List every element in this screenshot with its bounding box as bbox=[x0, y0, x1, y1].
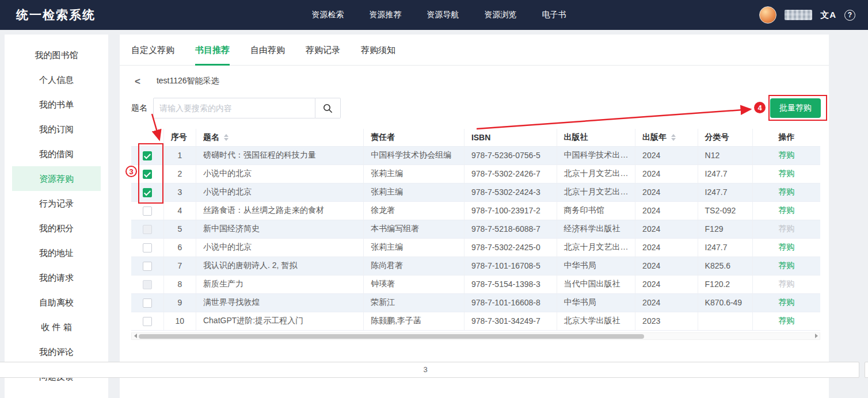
translate-icon[interactable]: 文A bbox=[820, 10, 836, 21]
sidebar-item[interactable]: 我的评论 bbox=[12, 339, 101, 364]
cell-publisher: 经济科学出版社 bbox=[557, 220, 635, 238]
sidebar-item[interactable]: 个人信息 bbox=[12, 67, 101, 92]
nav-item[interactable]: 资源浏览 bbox=[485, 10, 517, 20]
cell-title: 丝路食语：从丝绸之路走来的食材 bbox=[196, 201, 363, 220]
row-checkbox[interactable] bbox=[143, 151, 152, 160]
cell-publisher: 中华书局 bbox=[557, 257, 635, 275]
scrollbar-track[interactable] bbox=[139, 333, 813, 339]
row-checkbox[interactable] bbox=[143, 298, 152, 308]
tab[interactable]: 荐购须知 bbox=[361, 35, 395, 66]
page-list: 12345 bbox=[0, 362, 868, 378]
cell-author: 陈尚君著 bbox=[364, 257, 465, 275]
table-row: 8新质生产力钟瑛著978-7-5154-1398-3当代中国出版社2024F12… bbox=[131, 275, 820, 293]
top-nav: 资源检索资源推荐资源导航资源浏览电子书 bbox=[119, 10, 759, 20]
nav-item[interactable]: 资源检索 bbox=[312, 10, 344, 20]
cell-seq: 7 bbox=[163, 257, 196, 275]
scrollbar-thumb[interactable] bbox=[139, 334, 644, 339]
tab[interactable]: 自定义荐购 bbox=[131, 35, 174, 66]
cell-seq: 5 bbox=[163, 220, 196, 238]
row-checkbox bbox=[143, 225, 152, 234]
column-header: 责任者 bbox=[364, 129, 465, 146]
sidebar-item[interactable]: 自助离校 bbox=[12, 290, 101, 315]
row-checkbox[interactable] bbox=[143, 188, 152, 197]
cell-author: 张莉主编 bbox=[364, 183, 465, 201]
page-button[interactable]: 4 bbox=[865, 362, 868, 378]
sidebar-item[interactable]: 收 件 箱 bbox=[12, 315, 101, 339]
page-button[interactable]: 3 bbox=[0, 362, 859, 378]
cell-class_no: I247.7 bbox=[698, 164, 752, 183]
list-header: < test1126智能采选 bbox=[135, 75, 829, 87]
cell-isbn: 978-7-301-34249-7 bbox=[464, 312, 557, 330]
sidebar-item[interactable]: 我的积分 bbox=[12, 216, 101, 240]
cell-isbn: 978-7-5236-0756-5 bbox=[464, 146, 557, 164]
checkbox-cell bbox=[131, 312, 163, 330]
tab[interactable]: 自由荐购 bbox=[250, 35, 285, 66]
recommend-link[interactable]: 荐购 bbox=[778, 297, 794, 307]
column-header[interactable]: 题名 bbox=[196, 129, 363, 146]
recommend-link[interactable]: 荐购 bbox=[778, 242, 794, 251]
row-checkbox[interactable] bbox=[143, 206, 152, 216]
back-button[interactable]: < bbox=[135, 76, 140, 86]
recommend-link[interactable]: 荐购 bbox=[778, 261, 794, 270]
row-checkbox[interactable] bbox=[143, 170, 152, 179]
nav-item[interactable]: 资源推荐 bbox=[370, 10, 402, 20]
nav-item[interactable]: 资源导航 bbox=[427, 10, 459, 20]
recommend-link[interactable]: 荐购 bbox=[778, 187, 794, 196]
sidebar-item[interactable]: 行为记录 bbox=[12, 191, 101, 216]
search-input[interactable] bbox=[153, 98, 315, 118]
horizontal-scrollbar[interactable] bbox=[131, 332, 820, 340]
sidebar-item[interactable]: 我的请求 bbox=[12, 265, 101, 290]
cell-publisher: 北京十月文艺出版社 bbox=[557, 183, 635, 201]
nav-item[interactable]: 电子书 bbox=[542, 10, 566, 20]
row-checkbox[interactable] bbox=[143, 317, 152, 326]
sidebar-item[interactable]: 我的订阅 bbox=[12, 117, 101, 141]
sidebar-item[interactable]: 我的图书馆 bbox=[12, 43, 101, 67]
recommend-link[interactable]: 荐购 bbox=[778, 316, 794, 325]
sort-icon[interactable] bbox=[671, 134, 676, 141]
cell-class_no: F120.2 bbox=[698, 275, 752, 293]
checkbox-cell bbox=[131, 183, 163, 201]
cell-title: 我认识的唐朝诗人. 2, 暂拟 bbox=[196, 257, 363, 275]
action-cell: 荐购 bbox=[752, 220, 820, 238]
cell-class_no: TS2-092 bbox=[698, 201, 752, 220]
action-cell: 荐购 bbox=[752, 201, 820, 220]
cell-year: 2024 bbox=[635, 164, 698, 183]
recommend-link[interactable]: 荐购 bbox=[778, 169, 794, 178]
action-cell: 荐购 bbox=[752, 312, 820, 330]
checkbox-cell bbox=[131, 164, 163, 183]
sidebar-item[interactable]: 我的书单 bbox=[12, 92, 101, 117]
sidebar-item[interactable]: 资源荐购 bbox=[12, 166, 101, 191]
sort-icon[interactable] bbox=[224, 134, 229, 141]
sidebar-item[interactable]: 我的地址 bbox=[12, 240, 101, 265]
sidebar-item[interactable]: 我的借阅 bbox=[12, 141, 101, 166]
table-row: 1磅礴时代：强国征程的科技力量中国科学技术协会组编978-7-5236-0756… bbox=[131, 146, 820, 164]
batch-recommend-button[interactable]: 批量荐购 bbox=[770, 98, 821, 118]
scroll-left-icon[interactable] bbox=[132, 334, 139, 338]
cell-year: 2024 bbox=[635, 146, 698, 164]
cell-seq: 4 bbox=[163, 201, 196, 220]
tab[interactable]: 荐购记录 bbox=[306, 35, 340, 66]
row-checkbox[interactable] bbox=[143, 243, 152, 252]
action-cell: 荐购 bbox=[752, 257, 820, 275]
sidebar: 我的图书馆个人信息我的书单我的订阅我的借阅资源荐购行为记录我的积分我的地址我的请… bbox=[5, 35, 108, 398]
column-header[interactable]: 出版年 bbox=[635, 129, 698, 146]
cell-isbn: 978-7-5302-2426-7 bbox=[464, 164, 557, 183]
cell-title: ChatGPT进阶:提示工程入门 bbox=[196, 312, 363, 330]
cell-class_no bbox=[698, 312, 752, 330]
cell-isbn: 978-7-101-16608-8 bbox=[464, 293, 557, 312]
avatar[interactable] bbox=[759, 6, 776, 24]
pagination: < 12345 > 10 条/页 ▾ 跳至 页 bbox=[120, 359, 829, 380]
cell-class_no: K825.6 bbox=[698, 257, 752, 275]
row-checkbox[interactable] bbox=[143, 262, 152, 271]
checkbox-cell bbox=[131, 146, 163, 164]
cell-year: 2024 bbox=[635, 201, 698, 220]
action-cell: 荐购 bbox=[752, 275, 820, 293]
recommend-link[interactable]: 荐购 bbox=[778, 205, 794, 215]
recommend-link[interactable]: 荐购 bbox=[778, 150, 794, 159]
cell-title: 磅礴时代：强国征程的科技力量 bbox=[196, 146, 363, 164]
cell-seq: 10 bbox=[163, 312, 196, 330]
scroll-right-icon[interactable] bbox=[813, 334, 820, 338]
help-icon[interactable]: ? bbox=[844, 10, 855, 21]
search-button[interactable] bbox=[315, 98, 341, 118]
tab[interactable]: 书目推荐 bbox=[195, 35, 230, 66]
